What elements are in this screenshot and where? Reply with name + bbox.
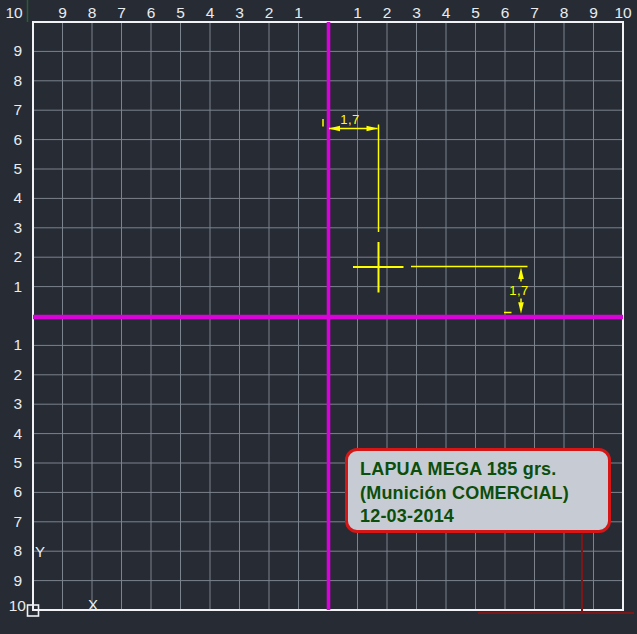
axis-label: 1 [13, 338, 22, 354]
note-line-type: (Munición COMERCIAL) [360, 482, 602, 506]
axis-label: 1 [294, 5, 303, 21]
dimension-vertical-label: 1,7 [509, 284, 529, 297]
axis-label: 3 [13, 396, 22, 412]
axis-label: 9 [58, 5, 67, 21]
note-line-ammo: LAPUA MEGA 185 grs. [360, 458, 602, 482]
axis-label: 8 [13, 73, 22, 89]
axis-label: 10 [9, 598, 26, 614]
axis-label-corner: 10 [5, 5, 22, 21]
ucs-x-axis-label: X [88, 597, 98, 612]
axis-label: 1 [13, 279, 22, 295]
axis-label: 5 [13, 161, 22, 177]
shot-marker[interactable] [353, 242, 404, 293]
cad-canvas [0, 0, 637, 634]
axis-label: 3 [412, 5, 421, 21]
drawing-area[interactable]: 9876543211234567891098765432112345678910… [0, 0, 637, 634]
ucs-y-axis-label: Y [35, 544, 45, 559]
axis-label: 3 [235, 5, 244, 21]
axis-label: 5 [13, 455, 22, 471]
axis-label: 7 [13, 102, 22, 118]
axis-label: 2 [265, 5, 274, 21]
axis-label: 10 [614, 5, 631, 21]
axis-label: 6 [13, 485, 22, 501]
axis-label: 4 [13, 191, 22, 207]
axis-label: 8 [560, 5, 569, 21]
axis-label: 9 [13, 44, 22, 60]
axis-label: 4 [206, 5, 215, 21]
axis-label: 6 [501, 5, 510, 21]
axis-label: 9 [589, 5, 598, 21]
axis-label: 2 [13, 367, 22, 383]
dimension-horizontal[interactable] [323, 119, 379, 232]
axis-label: 6 [147, 5, 156, 21]
axis-label: 9 [13, 573, 22, 589]
axis-label: 7 [530, 5, 539, 21]
axis-label: 5 [176, 5, 185, 21]
axis-label: 5 [471, 5, 480, 21]
axis-label: 2 [13, 249, 22, 265]
axis-label: 3 [13, 220, 22, 236]
axis-label: 7 [117, 5, 126, 21]
axis-label: 8 [88, 5, 97, 21]
note-line-date: 12-03-2014 [360, 505, 602, 529]
axis-label: 6 [13, 132, 22, 148]
axis-label: 7 [13, 514, 22, 530]
red-frame-line [478, 534, 634, 613]
axis-label: 4 [442, 5, 451, 21]
dimension-horizontal-label: 1,7 [340, 113, 360, 126]
axis-label: 4 [13, 426, 22, 442]
axis-label: 8 [13, 543, 22, 559]
axis-label: 2 [383, 5, 392, 21]
axis-label: 1 [353, 5, 362, 21]
ammo-note-box[interactable]: LAPUA MEGA 185 grs. (Munición COMERCIAL)… [345, 448, 611, 533]
